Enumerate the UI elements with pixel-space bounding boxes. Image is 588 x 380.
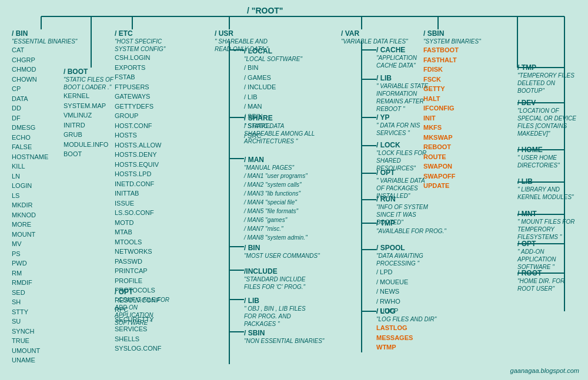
usr-man-node: / MAN "MANUAL PAGES" / MAN1 "user progra… [244, 156, 308, 242]
root-dir-node: / ROOT "HOME DIR. FOR ROOT USER" [517, 269, 582, 292]
usr-share-title: / SHARE [244, 114, 320, 122]
etc-opt-title: / OPT [115, 288, 173, 296]
mnt-desc: " MOUNT FILES FOR TEMPERORY FILESYSTEMS … [517, 218, 582, 241]
sbin-files: FASTBOOTFASTHALTFDISKFSCKGETTYHALTIFCONF… [423, 45, 481, 191]
usr-sbin-desc: "NON ESSENTIAL BINARIES" [244, 337, 324, 345]
usr-local-title: / LOCAL [244, 47, 302, 55]
var-spool-title: / SPOOL [376, 244, 432, 252]
var-log-files: LASTLOGMESSAGESWTMP [376, 323, 436, 352]
opt-title: / OPT [517, 240, 582, 248]
var-log-desc: "LOG FILES AND DIR" [376, 315, 436, 323]
tmp-desc: "TEMPERORY FILES DELETED ON BOOTUP" [517, 72, 582, 95]
usr-include-desc: "STANDARD INCLUDE FILES FOR 'C' PROG." [244, 275, 315, 291]
usr-man-title: / MAN [244, 156, 308, 164]
usr-include-title: /INCLUDE [244, 267, 315, 275]
boot-files: KERNELSYSTEM.MAPVMLINUZINITRDGRUBMODULE.… [64, 91, 116, 159]
usr-include-node: /INCLUDE "STANDARD INCLUDE FILES FOR 'C'… [244, 267, 315, 291]
mnt-node: / MNT " MOUNT FILES FOR TEMPERORY FILESY… [517, 210, 582, 241]
boot-desc: "STATIC FILES OF BOOT LOADER ." [64, 76, 116, 91]
root-node: / "ROOT" [247, 6, 283, 15]
sbin-desc: "SYSTEM BINARIES" [423, 38, 481, 45]
etc-opt-desc: " CONFIG FILE FOR ADD ON APPLICATION SOF… [115, 296, 173, 327]
usr-lib-node: / LIB " OBJ , BIN , LIB FILES FOR PROG. … [244, 297, 315, 328]
watermark: gaanagaa.blogspot.com [510, 367, 579, 374]
home-desc: " USER HOME DIRECTORIES" [517, 154, 582, 169]
usr-man-files: / MAN1 "user programs"/ MAN2 "system cal… [244, 171, 308, 242]
usr-lib-desc: " OBJ , BIN , LIB FILES FOR PROG. AND PA… [244, 305, 315, 328]
usr-sbin-title: / SBIN [244, 329, 324, 337]
var-tmp-node: / TMP "AVAILABLE FOR PROG." [376, 219, 446, 235]
etc-title: / ETC [115, 29, 173, 38]
tree-container: / "ROOT" / BIN "ESSENTIAL BINARIES" CATC… [0, 0, 588, 380]
var-run-title: / RUN [376, 195, 435, 203]
etc-opt-node: / OPT " CONFIG FILE FOR ADD ON APPLICATI… [115, 288, 173, 327]
usr-bin-desc: "MOST USER COMMANDS" [244, 252, 320, 260]
bin-desc: "ESSENTIAL BINARIES" [12, 38, 77, 45]
root-dir-desc: "HOME DIR. FOR ROOT USER" [517, 277, 582, 292]
lib-desc: " LIBRARY AND KERNEL MODULES" [517, 186, 582, 201]
sbin-title: / SBIN [423, 29, 481, 38]
var-spool-desc: "DATA AWAITING PROCESSING " [376, 252, 432, 267]
usr-man-desc: "MANUAL PAGES" [244, 164, 308, 171]
tmp-title: / TMP [517, 63, 582, 72]
bin-title: / BIN [12, 29, 77, 38]
etc-desc: "HOST SPECIFIC SYSTEM CONFIG" [115, 38, 173, 53]
sbin-node: / SBIN "SYSTEM BINARIES" FASTBOOTFASTHAL… [423, 29, 481, 191]
usr-bin-title: / BIN [244, 244, 320, 252]
var-yp-node: / YP " DATA FOR NIS SERVICES " [376, 113, 429, 137]
var-tmp-desc: "AVAILABLE FOR PROG." [376, 227, 446, 235]
lib-node: / LIB " LIBRARY AND KERNEL MODULES" [517, 177, 582, 201]
dev-title: / DEV [517, 99, 585, 107]
var-cache-title: / CACHE [376, 46, 429, 54]
var-cache-node: / CACHE "APPLICATION CACHE DATA" [376, 46, 429, 69]
usr-bin-node: / BIN "MOST USER COMMANDS" [244, 244, 320, 260]
lib-title: / LIB [517, 177, 582, 186]
var-node: / VAR "VARIABLE DATA FILES" [341, 29, 408, 45]
boot-title: / BOOT [64, 68, 116, 76]
usr-sbin-node: / SBIN "NON ESSENTIAL BINARIES" [244, 329, 324, 345]
usr-share-node: / SHARE " STATIC DATA SHAREABLE AMONG AL… [244, 114, 320, 145]
var-cache-desc: "APPLICATION CACHE DATA" [376, 54, 429, 69]
usr-share-desc: " STATIC DATA SHAREABLE AMONG ALL ARCHIT… [244, 122, 320, 145]
var-log-node: / LOG "LOG FILES AND DIR" LASTLOGMESSAGE… [376, 307, 436, 352]
var-desc: "VARIABLE DATA FILES" [341, 38, 408, 45]
var-log-title: / LOG [376, 307, 436, 315]
mnt-title: / MNT [517, 210, 582, 218]
usr-lib-title: / LIB [244, 297, 315, 305]
var-spool-node: / SPOOL "DATA AWAITING PROCESSING " / LP… [376, 244, 432, 316]
usr-title: / USR [215, 29, 279, 38]
home-title: / HOME [517, 146, 582, 154]
usr-local-desc: "LOCAL SOFTWARE" [244, 55, 302, 63]
dev-desc: "LOCATION OF SPECIAL OR DEVICE FILES [CO… [517, 107, 585, 137]
root-title: / "ROOT" [247, 6, 283, 15]
var-yp-desc: " DATA FOR NIS SERVICES " [376, 122, 429, 137]
opt-desc: " ADD-ON APPLICATION SOFTWARE " [517, 248, 582, 271]
var-yp-title: / YP [376, 113, 429, 122]
boot-node: / BOOT "STATIC FILES OF BOOT LOADER ." K… [64, 68, 116, 159]
var-tmp-title: / TMP [376, 219, 446, 227]
tmp-node: / TMP "TEMPERORY FILES DELETED ON BOOTUP… [517, 63, 582, 95]
var-title: / VAR [341, 29, 408, 38]
home-node: / HOME " USER HOME DIRECTORIES" [517, 146, 582, 169]
opt-node: / OPT " ADD-ON APPLICATION SOFTWARE " [517, 240, 582, 271]
dev-node: / DEV "LOCATION OF SPECIAL OR DEVICE FIL… [517, 99, 585, 137]
root-dir-title: / ROOT [517, 269, 582, 277]
